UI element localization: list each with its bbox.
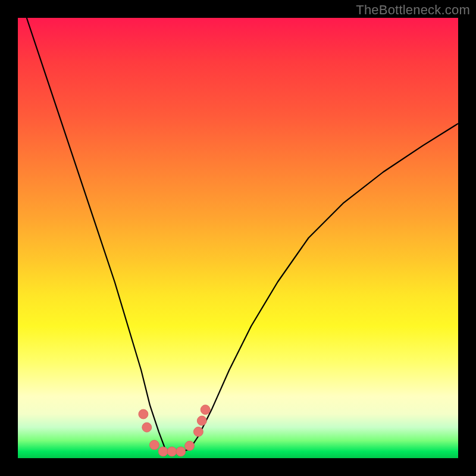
curve-marker <box>167 447 177 456</box>
curve-layer <box>18 18 458 458</box>
chart-canvas: TheBottleneck.com <box>0 0 476 476</box>
curve-marker <box>176 447 186 456</box>
curve-marker <box>139 409 148 419</box>
curve-marker <box>185 441 195 450</box>
curve-markers <box>139 405 210 456</box>
watermark-text: TheBottleneck.com <box>356 2 470 18</box>
bottleneck-curve <box>27 18 458 452</box>
curve-marker <box>158 447 168 456</box>
plot-area <box>18 18 458 458</box>
curve-marker <box>201 405 210 415</box>
curve-marker <box>149 440 159 450</box>
curve-marker <box>142 422 152 432</box>
curve-marker <box>197 416 206 425</box>
curve-marker <box>193 427 203 437</box>
